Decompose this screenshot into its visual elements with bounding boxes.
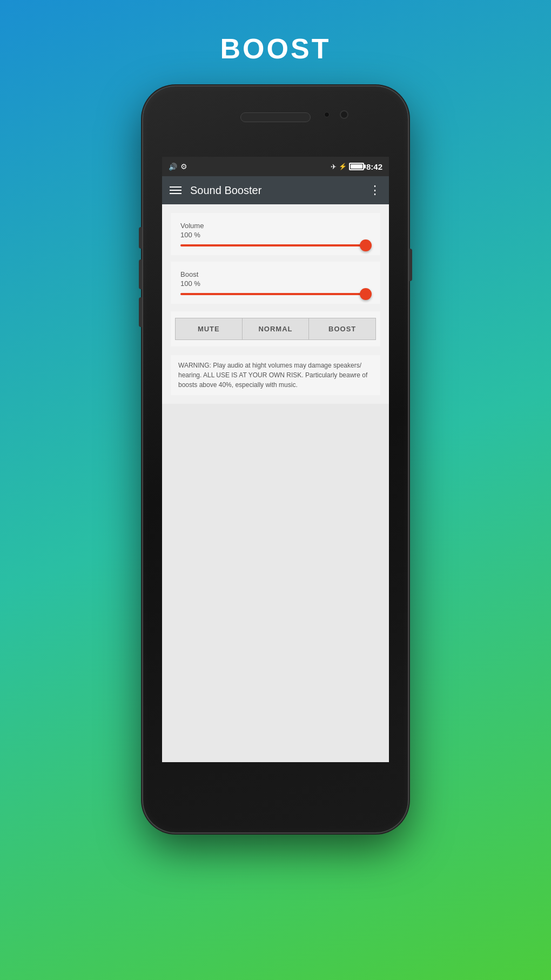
battery-indicator: 100 (349, 163, 364, 170)
action-buttons-row: MUTE NORMAL BOOST (171, 311, 380, 346)
boost-slider-fill (180, 293, 371, 295)
volume-up-button (139, 227, 142, 249)
hamburger-line-2 (170, 190, 182, 191)
page-title: BOOST (220, 32, 331, 65)
boost-slider-thumb[interactable] (360, 288, 372, 300)
boost-label: Boost (180, 270, 371, 278)
proximity-sensor (324, 112, 330, 117)
normal-button[interactable]: NORMAL (242, 318, 310, 340)
volume-section: Volume 100 % (171, 213, 380, 255)
top-bezel (143, 86, 408, 157)
phone-shell: 🔊 ⚙ ✈ ⚡ 100 8:42 S (143, 86, 408, 832)
status-left-icons: 🔊 ⚙ (169, 162, 187, 171)
volume-slider-fill (180, 244, 371, 246)
app-title: Sound Booster (190, 184, 360, 197)
boost-slider-track[interactable] (180, 293, 371, 295)
menu-button[interactable] (170, 186, 182, 194)
status-time: 8:42 (366, 162, 382, 171)
speaker-grille (240, 112, 311, 122)
volume-label: Volume (180, 222, 371, 230)
volume-slider-thumb[interactable] (360, 239, 372, 251)
bottom-bezel (143, 762, 408, 832)
battery-label: 100 (352, 163, 361, 170)
volume-down-button (139, 259, 142, 289)
status-right-icons: ✈ ⚡ 100 8:42 (331, 162, 382, 171)
camera-button (139, 297, 142, 327)
front-camera (340, 110, 348, 119)
phone-screen: 🔊 ⚙ ✈ ⚡ 100 8:42 S (162, 157, 389, 762)
warning-text: WARNING: Play audio at hight volumes may… (171, 355, 380, 395)
android-status-icon: ⚙ (180, 162, 187, 171)
status-bar: 🔊 ⚙ ✈ ⚡ 100 8:42 (162, 157, 389, 176)
volume-value: 100 % (180, 231, 371, 239)
boost-section: Boost 100 % (171, 262, 380, 304)
sound-status-icon: 🔊 (169, 163, 177, 171)
battery-box: 100 (349, 163, 364, 170)
mute-button[interactable]: MUTE (175, 318, 242, 340)
app-bar: Sound Booster ⋮ (162, 176, 389, 204)
hamburger-line-3 (170, 193, 182, 194)
content-area: Volume 100 % Boost 100 % MUTE NORMAL (162, 204, 389, 404)
more-options-button[interactable]: ⋮ (369, 183, 381, 197)
boost-value: 100 % (180, 279, 371, 288)
boost-button[interactable]: BOOST (309, 318, 376, 340)
volume-slider-track[interactable] (180, 244, 371, 246)
hamburger-line-1 (170, 186, 182, 188)
charging-icon: ⚡ (339, 163, 347, 170)
power-button (409, 249, 412, 281)
airplane-mode-icon: ✈ (331, 163, 337, 171)
